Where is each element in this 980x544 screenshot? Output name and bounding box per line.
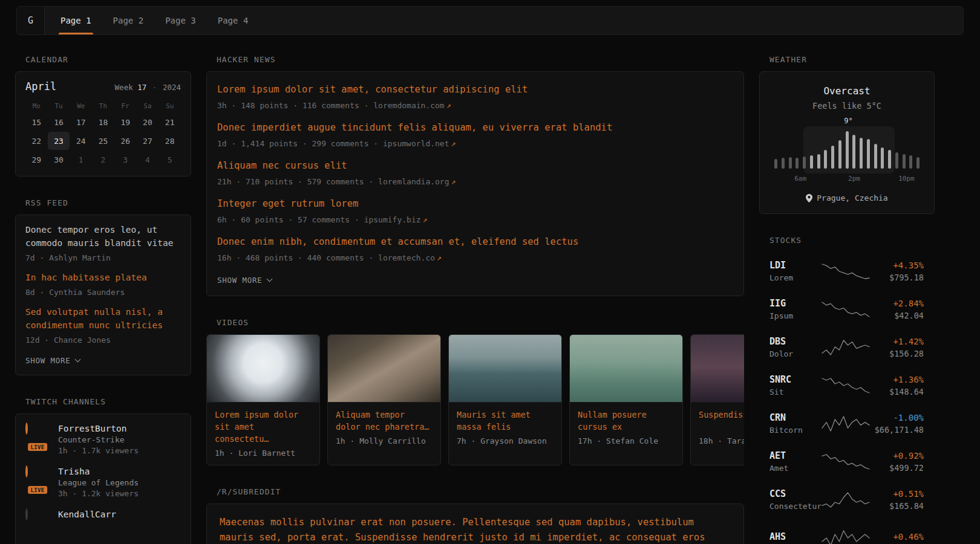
live-badge: LIVE bbox=[28, 486, 47, 494]
video-title: Suspendisse diam bbox=[699, 409, 744, 433]
rss-item-title-link[interactable]: Sed volutpat nulla nisl, a condimentum n… bbox=[25, 306, 181, 332]
video-card[interactable]: Nullam posuere cursus ex 17h · Stefan Co… bbox=[569, 334, 683, 465]
stock-row[interactable]: AET Amet +0.92% $499.72 bbox=[769, 442, 924, 481]
stock-values: +0.46% bbox=[872, 532, 924, 544]
avatar-wrap: LIVE bbox=[25, 424, 50, 448]
video-card[interactable]: Mauris sit amet massa felis 7h · Grayson… bbox=[448, 334, 562, 465]
stock-sparkline bbox=[819, 453, 872, 471]
stock-sparkline bbox=[819, 377, 872, 395]
hn-item-domain-link[interactable]: ipsumify.biz bbox=[364, 215, 421, 224]
stock-sparkline bbox=[819, 300, 872, 319]
twitch-channel-row[interactable]: LIVE ForrestBurton Counter-Strike 1h · 1… bbox=[25, 424, 181, 455]
rss-item-title-link[interactable]: Donec tempor eros leo, ut commodo mauris… bbox=[25, 224, 181, 250]
hn-item-title-link[interactable]: Lorem ipsum dolor sit amet, consectetur … bbox=[217, 83, 733, 96]
stock-values: +0.51% $165.84 bbox=[872, 489, 924, 511]
rss-item-title-link[interactable]: In hac habitasse platea bbox=[25, 271, 181, 285]
rss-item-meta: 8d · Cynthia Saunders bbox=[25, 287, 181, 299]
video-title: Nullam posuere cursus ex bbox=[578, 409, 675, 433]
map-pin-icon bbox=[806, 194, 812, 202]
rss-show-more-button[interactable]: SHOW MORE bbox=[25, 354, 80, 369]
stock-values: +1.42% $156.28 bbox=[872, 337, 924, 358]
stock-info: CCS Consectetur bbox=[769, 488, 819, 511]
calendar-day-header: Sa bbox=[137, 99, 159, 113]
channel-name: KendallCarr bbox=[58, 510, 116, 519]
video-meta: 18h · Tara bbox=[699, 436, 744, 445]
stock-row[interactable]: CCS Consectetur +0.51% $165.84 bbox=[769, 481, 924, 519]
calendar-card: April Week 17 · 2024 MoTuWeThFrSaSu 1516… bbox=[15, 71, 191, 176]
app-logo: G bbox=[17, 7, 45, 34]
calendar-day: 25 bbox=[92, 132, 114, 150]
hn-item-title-link[interactable]: Aliquam nec cursus elit bbox=[217, 159, 733, 172]
weather-section-title: WEATHER bbox=[759, 55, 935, 64]
weather-hour-bar bbox=[782, 158, 785, 169]
tab-page-3[interactable]: Page 3 bbox=[154, 7, 207, 34]
subreddit-section-title: /R/SUBREDDIT bbox=[206, 487, 744, 496]
calendar-day: 3 bbox=[114, 151, 137, 169]
stock-name: Consectetur bbox=[769, 502, 819, 511]
tab-page-1[interactable]: Page 1 bbox=[50, 7, 102, 34]
stock-info: DBS Dolor bbox=[769, 336, 819, 358]
hn-item-stats: 3h · 148 points · 116 comments · bbox=[217, 101, 373, 110]
chevron-down-icon bbox=[267, 276, 273, 282]
video-title: Mauris sit amet massa felis bbox=[457, 409, 554, 433]
video-card[interactable]: Aliquam tempor dolor nec pharetra… 1h · … bbox=[327, 334, 441, 465]
weather-hour-bar bbox=[838, 140, 841, 169]
videos-widget: VIDEOS Lorem ipsum dolor sit amet consec… bbox=[206, 318, 744, 465]
stock-price: $66,171.48 bbox=[872, 425, 924, 435]
tab-page-2[interactable]: Page 2 bbox=[102, 7, 155, 34]
weather-hour-bar bbox=[817, 154, 820, 169]
rss-item: Sed volutpat nulla nisl, a condimentum n… bbox=[25, 306, 181, 346]
hn-item-title-link[interactable]: Donec imperdiet augue tincidunt felis al… bbox=[217, 121, 733, 134]
hackernews-show-more-button[interactable]: SHOW MORE bbox=[217, 273, 272, 288]
stock-change: +0.92% bbox=[872, 451, 924, 461]
channel-game: Counter-Strike bbox=[58, 435, 139, 444]
calendar-day-headers: MoTuWeThFrSaSu bbox=[25, 99, 181, 113]
twitch-channel-row[interactable]: KendallCarr bbox=[25, 510, 181, 534]
weather-widget: WEATHER Overcast Feels like 5°C 9° 6am 2… bbox=[759, 55, 935, 214]
stock-row[interactable]: AHS +0.46% bbox=[769, 519, 924, 544]
calendar-day-header: Tu bbox=[48, 99, 70, 113]
stock-row[interactable]: CRN Bitcorn -1.00% $66,171.48 bbox=[769, 404, 924, 442]
calendar-day: 30 bbox=[48, 151, 70, 169]
hn-item-domain-link[interactable]: ipsumworld.net bbox=[383, 139, 449, 148]
video-meta: 7h · Grayson Dawson bbox=[457, 436, 554, 445]
weather-hour-bar bbox=[795, 158, 799, 169]
stock-values: +4.35% $795.18 bbox=[872, 261, 924, 282]
stock-row[interactable]: DBS Dolor +1.42% $156.28 bbox=[769, 328, 924, 366]
external-link-icon: ↗ bbox=[451, 177, 456, 186]
stock-row[interactable]: IIG Ipsum +2.84% $42.04 bbox=[769, 290, 924, 328]
stock-row[interactable]: SNRC Sit +1.36% $148.64 bbox=[769, 366, 924, 404]
hn-item-title-link[interactable]: Donec enim nibh, condimentum et accumsan… bbox=[217, 235, 733, 248]
video-info: Mauris sit amet massa felis 7h · Grayson… bbox=[449, 403, 561, 453]
hn-item-title-link[interactable]: Integer eget rutrum lorem bbox=[217, 197, 733, 210]
channel-meta: 3h · 1.2k viewers bbox=[58, 489, 139, 498]
stock-change: +0.51% bbox=[872, 489, 924, 499]
hn-item-domain-link[interactable]: loremtech.co bbox=[378, 253, 435, 262]
hn-item-domain-link[interactable]: loremlandia.org bbox=[378, 177, 449, 186]
hn-item-meta: 16h · 468 points · 440 comments · loremt… bbox=[217, 252, 733, 264]
stock-symbol: CRN bbox=[769, 412, 819, 423]
stock-row[interactable]: LDI Lorem +4.35% $795.18 bbox=[769, 252, 924, 290]
stock-sparkline bbox=[819, 491, 872, 509]
video-thumbnail bbox=[449, 335, 561, 403]
stock-price: $148.64 bbox=[872, 387, 924, 397]
calendar-week-number: 17 bbox=[137, 83, 146, 92]
tab-page-4[interactable]: Page 4 bbox=[207, 7, 260, 34]
weather-time-label: 10pm bbox=[898, 175, 915, 183]
video-info: Nullam posuere cursus ex 17h · Stefan Co… bbox=[570, 403, 682, 453]
video-card[interactable]: Lorem ipsum dolor sit amet consectetu… 1… bbox=[206, 334, 320, 465]
stock-info: SNRC Sit bbox=[769, 374, 819, 397]
hn-item-domain-link[interactable]: loremdomain.com bbox=[373, 101, 444, 110]
calendar-day: 5 bbox=[158, 151, 181, 169]
weather-hour-bar bbox=[916, 157, 920, 169]
subreddit-post-title-link[interactable]: Maecenas mollis pulvinar erat non posuer… bbox=[220, 515, 731, 544]
calendar-day: 28 bbox=[158, 132, 181, 150]
weather-hour-bar bbox=[860, 138, 863, 169]
weather-hourly-chart: 9° bbox=[774, 131, 920, 169]
weather-hour-bar bbox=[903, 154, 906, 169]
calendar-header: April Week 17 · 2024 bbox=[25, 80, 181, 92]
weather-card: Overcast Feels like 5°C 9° 6am 2pm 10pm … bbox=[759, 71, 935, 214]
twitch-widget: TWITCH CHANNELS LIVE ForrestBurton Count… bbox=[15, 397, 191, 544]
twitch-channel-row[interactable]: LIVE Trisha League of Legends 3h · 1.2k … bbox=[25, 467, 181, 498]
video-card[interactable]: Suspendisse diam 18h · Tara bbox=[690, 334, 744, 465]
